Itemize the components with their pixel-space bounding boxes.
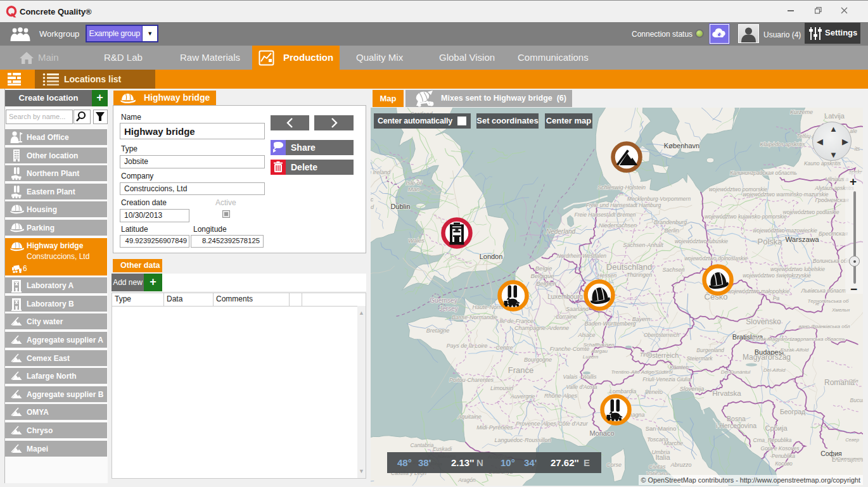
svg-text:ie: ie	[815, 301, 820, 307]
svg-text:Sachsen: Sachsen	[662, 267, 684, 273]
svg-text:Eszak-Magyarorszag: Eszak-Magyarorszag	[752, 336, 800, 342]
svg-text:Brandenburg: Brandenburg	[654, 219, 687, 225]
svg-text:Umbria: Umbria	[651, 449, 670, 455]
svg-text:Poitou-Charentes: Poitou-Charentes	[449, 377, 494, 383]
svg-text:Del-Alfold: Del-Alfold	[763, 367, 786, 373]
svg-text:Marche: Marche	[664, 440, 683, 446]
svg-text:Kärnten: Kärnten	[670, 364, 689, 370]
svg-text:Basse-Normandie: Basse-Normandie	[452, 314, 497, 320]
svg-text:Dublin: Dublin	[390, 203, 410, 210]
svg-text:i Hercegovina: i Hercegovina	[716, 422, 756, 429]
svg-text:Trentino-Alto Adige/Südtirol: Trentino-Alto Adige/Südtirol	[611, 369, 673, 375]
svg-text:Crna_Republika: Crna_Republika	[753, 437, 792, 443]
svg-text:Bourgogne: Bourgogne	[524, 357, 552, 363]
svg-text:Aargau: Aargau	[590, 348, 608, 354]
svg-text:Freie und Hansestadt Hamburg: Freie und Hansestadt Hamburg	[586, 202, 661, 208]
svg-text:Slovensko: Slovensko	[746, 317, 781, 326]
svg-text:Aragón: Aragón	[457, 477, 476, 483]
svg-text:Del-Dunántul: Del-Dunántul	[721, 369, 751, 375]
svg-text:France: France	[508, 365, 533, 375]
svg-text:Steiermark: Steiermark	[686, 355, 713, 362]
svg-text:Гродненская: Гродненская	[815, 197, 849, 203]
svg-text:Южен центр: Южен центр	[836, 456, 863, 462]
svg-text:Schleswig-Holstein: Schleswig-Holstein	[597, 184, 646, 191]
svg-text:Abruzzo: Abruzzo	[670, 462, 691, 468]
svg-text:Kauno apskritis: Kauno apskritis	[804, 160, 841, 167]
svg-text:Rhône-Alpes: Rhône-Alpes	[544, 393, 578, 399]
svg-text:San Marino: San Marino	[646, 425, 677, 432]
svg-text:Север: Север	[845, 437, 859, 443]
svg-text:Hrvatska: Hrvatska	[712, 389, 741, 397]
svg-text:Обл: Обл	[848, 378, 858, 384]
svg-text:lic: lic	[371, 196, 374, 203]
svg-text:Bretagne: Bretagne	[426, 327, 450, 334]
svg-text:-Penublika: -Penublika	[770, 453, 795, 459]
svg-text:Champagne-Ardenne: Champagne-Ardenne	[514, 325, 569, 331]
svg-text:Euskadi: Euskadi	[433, 446, 452, 452]
svg-text:Saarland: Saarland	[566, 306, 589, 312]
svg-text:Волинська обл: Волинська обл	[813, 258, 850, 264]
svg-text:Bucure: Bucure	[850, 397, 863, 403]
svg-text:Thüringen: Thüringen	[627, 272, 653, 278]
svg-text:województwo dolnośląskie: województwo dolnośląskie	[684, 255, 748, 262]
svg-text:Eszak-Alfold: Eszak-Alfold	[781, 347, 809, 353]
svg-text:rn Ireland: rn Ireland	[371, 169, 391, 175]
svg-text:Hessen: Hessen	[597, 272, 617, 279]
svg-text:Хмельн: Хмельн	[831, 307, 850, 313]
svg-text:Klaipėdos apskritis: Klaipėdos apskritis	[760, 141, 806, 148]
svg-text:Provence-Alpes-Côte d'Azur: Provence-Alpes-Côte d'Azur	[516, 421, 588, 427]
svg-text:Oberösterreich: Oberösterreich	[644, 332, 679, 338]
svg-text:Kurzeme: Kurzeme	[790, 109, 813, 115]
svg-text:Србија: Србија	[765, 424, 788, 432]
svg-text:København: København	[664, 142, 699, 149]
svg-text:Cantabria: Cantabria	[411, 442, 434, 448]
svg-text:Languedoc-Roussillon: Languedoc-Roussillon	[494, 437, 551, 443]
svg-text:Belgique: Belgique	[531, 272, 554, 279]
svg-text:Civitas: Civitas	[648, 464, 666, 470]
svg-text:Pays de la Loire: Pays de la Loire	[447, 343, 488, 349]
svg-text:Friuli-Venezia Giulia: Friuli-Venezia Giulia	[642, 376, 691, 383]
svg-text:Niedersachsen: Niedersachsen	[599, 222, 637, 229]
svg-text:Nederland: Nederland	[546, 228, 576, 235]
svg-text:Львівська област: Львівська област	[801, 288, 846, 294]
svg-text:Limousin: Limousin	[490, 385, 513, 391]
svg-text:Monaco: Monaco	[589, 429, 614, 437]
svg-text:Auvergne: Auvergne	[510, 393, 535, 400]
svg-text:Warszawa: Warszawa	[785, 236, 819, 243]
svg-text:Luxembourg: Luxembourg	[547, 293, 583, 300]
svg-text:Alsace: Alsace	[577, 332, 595, 338]
svg-text:Lorraine: Lorraine	[556, 313, 577, 320]
svg-text:Београд: Београд	[780, 408, 805, 415]
svg-text:Valais - Wallis: Valais - Wallis	[563, 374, 597, 380]
svg-text:Косово: Косово	[775, 460, 793, 467]
svg-text:Pа: Pа	[773, 295, 780, 301]
svg-text:Midi-Pyrénées: Midi-Pyrénées	[476, 424, 513, 431]
svg-text:Magyarország: Magyarország	[743, 353, 791, 362]
svg-text:Belgien: Belgien	[536, 280, 556, 287]
svg-text:вано-Франківська обл: вано-Франківська обл	[798, 324, 850, 329]
svg-text:Jersey: Jersey	[439, 305, 457, 312]
svg-text:Aquitaine: Aquitaine	[457, 414, 482, 420]
svg-text:London: London	[480, 253, 503, 260]
svg-text:Centre: Centre	[495, 345, 513, 351]
svg-text:Corse: Corse	[606, 462, 622, 468]
svg-text:Deutschland: Deutschland	[606, 262, 652, 272]
svg-text:Брестская: Брестская	[819, 231, 848, 237]
svg-text:Калининградская область: Калининградская область	[730, 170, 797, 176]
svg-text:Man: Man	[408, 186, 419, 193]
svg-text:województwo lubelskie: województwo lubelskie	[770, 266, 825, 272]
svg-text:its: its	[855, 146, 860, 152]
svg-text:Sachsen-Anhalt: Sachsen-Anhalt	[623, 242, 663, 248]
svg-text:Тернопільська об: Тернопільська об	[808, 298, 849, 304]
svg-text:województwo podlaskie: województwo podlaskie	[783, 209, 839, 215]
svg-text:Veneto: Veneto	[645, 389, 663, 395]
svg-text:Tirol: Tirol	[640, 351, 651, 358]
svg-text:ale: ale	[850, 128, 857, 134]
svg-text:Bayern: Bayern	[632, 316, 651, 322]
svg-text:Baden-Württemberg: Baden-Württemberg	[584, 320, 635, 327]
svg-text:Schaffhausen: Schaffhausen	[584, 342, 615, 348]
svg-text:Burgenland: Burgenland	[696, 347, 724, 353]
svg-text:Österreich: Österreich	[647, 351, 679, 359]
svg-text:Haute-Norm: Haute-Norm	[472, 304, 504, 310]
svg-text:Berlin: Berlin	[664, 227, 679, 234]
